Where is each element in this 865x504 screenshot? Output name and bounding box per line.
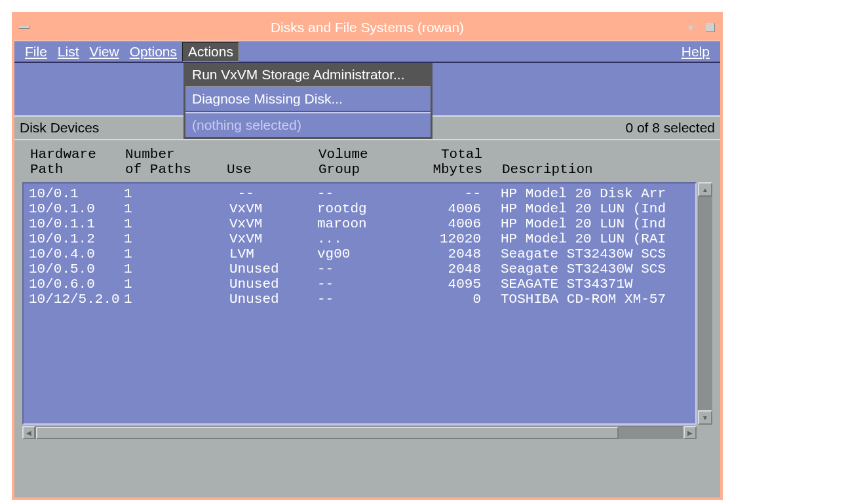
cell-desc: TOSHIBA CD-ROM XM-57 xyxy=(501,292,697,307)
cell-use: Unused xyxy=(225,277,317,292)
content-area: HardwarePath Numberof Paths Use VolumeGr… xyxy=(14,140,720,443)
title-bar: Disks and File Systems (rowan) xyxy=(14,14,720,41)
cell-desc: HP Model 20 Disk Arr xyxy=(501,186,697,201)
cell-use: -- xyxy=(225,186,317,201)
cell-vg: ... xyxy=(317,231,406,246)
cell-num-paths: 1 xyxy=(124,277,225,292)
cell-use: VxVM xyxy=(225,231,317,246)
cell-use: VxVM xyxy=(225,216,317,231)
col-vg-l1: Volume xyxy=(318,147,368,162)
scroll-down-button[interactable]: ▼ xyxy=(698,410,712,425)
scroll-left-button[interactable]: ◀ xyxy=(22,426,35,439)
menu-file[interactable]: File xyxy=(20,43,52,61)
cell-vg: vg00 xyxy=(317,246,406,262)
cell-vg: -- xyxy=(317,186,406,201)
menu-options[interactable]: Options xyxy=(125,43,182,61)
col-total-l1: Total xyxy=(441,147,482,162)
window-title: Disks and File Systems (rowan) xyxy=(271,20,464,35)
dropdown-nothing-selected: (nothing selected) xyxy=(185,113,431,137)
cell-hw-path: 10/0.1.0 xyxy=(29,201,124,216)
table-row[interactable]: 10/12/5.2.01Unused--0TOSHIBA CD-ROM XM-5… xyxy=(29,292,690,307)
system-menu-button[interactable] xyxy=(14,14,34,41)
col-hw-path-l2: Path xyxy=(30,162,63,177)
scroll-right-button[interactable]: ▶ xyxy=(683,426,697,439)
cell-hw-path: 10/0.5.0 xyxy=(29,262,124,277)
cell-desc: HP Model 20 LUN (RAI xyxy=(501,231,697,246)
cell-vg: -- xyxy=(317,277,406,292)
cell-num-paths: 1 xyxy=(124,201,225,216)
cell-hw-path: 10/0.6.0 xyxy=(29,277,124,292)
col-desc: Description xyxy=(502,162,593,177)
cell-mbytes: 12020 xyxy=(406,231,501,246)
cell-desc: HP Model 20 LUN (Ind xyxy=(501,201,697,216)
cell-hw-path: 10/0.1.1 xyxy=(29,216,124,231)
minimize-button[interactable] xyxy=(681,14,701,41)
cell-hw-path: 10/0.1 xyxy=(29,186,124,201)
cell-desc: Seagate ST32430W SCS xyxy=(501,246,697,262)
cell-vg: rootdg xyxy=(317,201,406,216)
hscroll-track[interactable] xyxy=(35,426,683,439)
scroll-up-button[interactable]: ▲ xyxy=(698,182,712,197)
col-total-l2: Mbytes xyxy=(432,162,482,177)
menu-bar: File List View Options Actions Help Run … xyxy=(14,41,720,62)
section-title: Disk Devices xyxy=(20,120,99,136)
cell-hw-path: 10/0.4.0 xyxy=(29,246,124,262)
table-row[interactable]: 10/0.6.01Unused--4095SEAGATE ST34371W xyxy=(29,277,690,292)
hscroll-thumb[interactable] xyxy=(36,427,619,439)
col-num-l1: Number xyxy=(125,147,175,162)
dropdown-diagnose-disk[interactable]: Diagnose Missing Disk... xyxy=(185,87,431,111)
cell-mbytes: 2048 xyxy=(406,262,501,277)
col-hw-path-l1: Hardware xyxy=(30,147,96,162)
maximize-button[interactable] xyxy=(701,14,720,41)
col-use: Use xyxy=(227,162,252,177)
cell-hw-path: 10/12/5.2.0 xyxy=(29,292,124,307)
cell-mbytes: -- xyxy=(406,186,501,201)
cell-vg: maroon xyxy=(317,216,406,231)
selection-status: 0 of 8 selected xyxy=(625,120,715,136)
cell-num-paths: 1 xyxy=(124,231,225,246)
cell-vg: -- xyxy=(317,292,406,307)
table-row[interactable]: 10/0.4.01LVMvg002048Seagate ST32430W SCS xyxy=(29,246,690,262)
cell-num-paths: 1 xyxy=(124,292,225,307)
table-row[interactable]: 10/0.1.21VxVM...12020HP Model 20 LUN (RA… xyxy=(29,231,690,246)
col-vg-l2: Group xyxy=(318,162,360,177)
cell-num-paths: 1 xyxy=(124,216,225,231)
cell-desc: Seagate ST32430W SCS xyxy=(501,262,697,277)
table-body[interactable]: 10/0.11 ------HP Model 20 Disk Arr10/0.1… xyxy=(22,182,697,425)
table-row[interactable]: 10/0.5.01Unused--2048Seagate ST32430W SC… xyxy=(29,262,690,277)
table-row[interactable]: 10/0.11 ------HP Model 20 Disk Arr xyxy=(29,186,690,201)
table-header: HardwarePath Numberof Paths Use VolumeGr… xyxy=(21,144,714,182)
menu-actions[interactable]: Actions xyxy=(182,42,239,62)
vscroll-track[interactable] xyxy=(698,197,712,410)
cell-desc: HP Model 20 LUN (Ind xyxy=(501,216,697,231)
cell-use: LVM xyxy=(225,246,317,262)
cell-num-paths: 1 xyxy=(124,246,225,262)
actions-dropdown: Run VxVM Storage Administrator... Diagno… xyxy=(183,63,432,139)
cell-hw-path: 10/0.1.2 xyxy=(29,231,124,246)
dropdown-run-vxvm[interactable]: Run VxVM Storage Administrator... xyxy=(185,63,431,87)
cell-num-paths: 1 xyxy=(124,186,225,201)
cell-mbytes: 4006 xyxy=(406,201,501,216)
cell-use: Unused xyxy=(225,262,317,277)
menu-view[interactable]: View xyxy=(85,43,125,61)
cell-num-paths: 1 xyxy=(124,262,225,277)
cell-mbytes: 4006 xyxy=(406,216,501,231)
cell-use: VxVM xyxy=(225,201,317,216)
cell-desc: SEAGATE ST34371W xyxy=(501,277,697,292)
col-num-l2: of Paths xyxy=(125,162,191,177)
horizontal-scrollbar[interactable]: ◀ ▶ xyxy=(22,426,697,439)
menu-list[interactable]: List xyxy=(52,43,85,61)
cell-mbytes: 2048 xyxy=(406,246,501,262)
cell-use: Unused xyxy=(225,292,317,307)
vertical-scrollbar[interactable]: ▲ ▼ xyxy=(698,182,712,425)
app-window: Disks and File Systems (rowan) File List… xyxy=(12,12,723,500)
table-row[interactable]: 10/0.1.11VxVMmaroon4006HP Model 20 LUN (… xyxy=(29,216,690,231)
table-row[interactable]: 10/0.1.01VxVMrootdg4006HP Model 20 LUN (… xyxy=(29,201,690,216)
cell-mbytes: 4095 xyxy=(406,277,501,292)
cell-vg: -- xyxy=(317,262,406,277)
cell-mbytes: 0 xyxy=(406,292,501,307)
menu-help[interactable]: Help xyxy=(676,43,715,61)
